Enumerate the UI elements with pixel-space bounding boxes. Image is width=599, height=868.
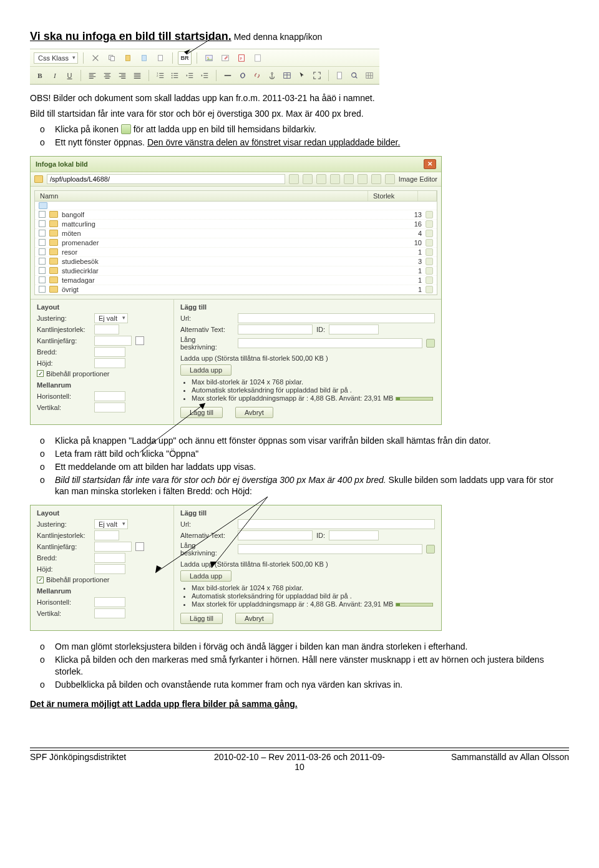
edit-icon[interactable] <box>426 230 433 237</box>
close-icon[interactable]: ✕ <box>424 159 436 169</box>
link-icon[interactable] <box>236 69 249 82</box>
indent-icon[interactable] <box>198 69 211 82</box>
pdf-icon[interactable]: P <box>235 51 248 65</box>
paste-plain-icon[interactable] <box>153 51 167 65</box>
justering-select[interactable]: Ej valt <box>94 313 128 323</box>
kantstorlek-input2[interactable] <box>94 530 119 540</box>
vert-input[interactable] <box>94 402 125 412</box>
file-row[interactable]: studiebesök3 <box>35 257 437 266</box>
avbryt-button[interactable]: Avbryt <box>235 407 273 418</box>
unlink-icon[interactable] <box>251 69 263 82</box>
row-checkbox[interactable] <box>39 267 46 274</box>
align-left-icon[interactable] <box>86 69 99 82</box>
edit-icon[interactable] <box>426 258 433 265</box>
doc-icon[interactable] <box>251 51 265 65</box>
file-row[interactable]: promenader10 <box>35 238 437 248</box>
cursor-icon[interactable] <box>296 69 308 82</box>
nav-icon[interactable] <box>330 174 340 184</box>
find-icon[interactable] <box>348 69 361 82</box>
row-checkbox[interactable] <box>39 276 46 283</box>
vert-input2[interactable] <box>94 608 125 618</box>
fullscreen-icon[interactable] <box>311 69 323 82</box>
hr-icon[interactable] <box>222 69 234 82</box>
nav-icon[interactable] <box>385 174 395 184</box>
edit-image-icon[interactable] <box>218 51 232 65</box>
align-center-icon[interactable] <box>101 69 114 82</box>
ladda-upp-button2[interactable]: Ladda upp <box>180 570 231 582</box>
nav-icon[interactable] <box>289 174 299 184</box>
alt-input2[interactable] <box>238 530 313 540</box>
edit-icon[interactable] <box>426 239 433 246</box>
justering-select2[interactable]: Ej valt <box>94 519 128 529</box>
list-ol-icon[interactable]: 12 <box>154 69 167 82</box>
col-name[interactable]: Namn <box>35 191 368 201</box>
path-input[interactable] <box>47 174 285 184</box>
row-checkbox[interactable] <box>39 220 46 227</box>
italic-button[interactable]: I <box>49 69 61 82</box>
table2-icon[interactable] <box>363 69 376 82</box>
align-right-icon[interactable] <box>116 69 129 82</box>
proportion-checkbox2[interactable] <box>37 577 44 583</box>
hojd-input[interactable] <box>94 358 125 368</box>
lang-input[interactable] <box>238 338 422 348</box>
row-checkbox[interactable] <box>39 239 46 246</box>
css-class-dropdown[interactable]: Css Klass <box>34 52 78 64</box>
file-row[interactable]: studiecirklar1 <box>35 266 437 276</box>
nav-icon[interactable] <box>371 174 381 184</box>
nav-icon[interactable] <box>344 174 354 184</box>
paste-word-icon[interactable] <box>137 51 151 65</box>
file-row[interactable]: resor1 <box>35 248 437 257</box>
row-checkbox[interactable] <box>39 248 46 255</box>
alt-input[interactable] <box>238 324 313 334</box>
row-checkbox[interactable] <box>39 211 46 218</box>
col-size[interactable]: Storlek <box>368 191 418 201</box>
url-input2[interactable] <box>238 519 435 529</box>
edit-icon[interactable] <box>426 220 433 228</box>
bredd-input[interactable] <box>94 347 125 357</box>
kantfarg-input2[interactable] <box>94 542 132 552</box>
copy-icon[interactable] <box>105 51 119 65</box>
lagg-till-button[interactable]: Lägg till <box>180 407 223 418</box>
row-checkbox[interactable] <box>39 230 46 237</box>
kantstorlek-input[interactable] <box>94 324 119 334</box>
cut-icon[interactable] <box>89 51 102 65</box>
file-row[interactable]: mattcurling16 <box>35 220 437 229</box>
list-ul-icon[interactable] <box>168 69 181 82</box>
id-input[interactable] <box>329 324 379 334</box>
anchor-icon[interactable] <box>266 69 278 82</box>
proportion-checkbox[interactable] <box>37 370 44 377</box>
hojd-input2[interactable] <box>94 564 125 574</box>
align-justify-icon[interactable] <box>131 69 144 82</box>
browse-icon2[interactable] <box>426 545 435 553</box>
paste-icon[interactable] <box>121 51 135 65</box>
file-row[interactable]: temadagar1 <box>35 276 437 285</box>
horis-input[interactable] <box>94 391 125 401</box>
new-doc-icon[interactable] <box>334 69 346 82</box>
horis-input2[interactable] <box>94 597 125 607</box>
nav-icon[interactable] <box>303 174 313 184</box>
kantfarg-input[interactable] <box>94 336 132 346</box>
lagg-till-button2[interactable]: Lägg till <box>180 613 223 624</box>
file-row[interactable]: möten4 <box>35 229 437 238</box>
ladda-upp-button[interactable]: Ladda upp <box>180 364 231 376</box>
table-icon[interactable] <box>281 69 293 82</box>
edit-icon[interactable] <box>426 276 433 284</box>
nav-icon[interactable] <box>316 174 326 184</box>
bredd-input2[interactable] <box>94 553 125 563</box>
underline-button[interactable]: U <box>64 69 76 82</box>
file-row[interactable]: bangolf13 <box>35 210 437 220</box>
url-input[interactable] <box>238 313 435 323</box>
edit-icon[interactable] <box>426 248 433 256</box>
id-input2[interactable] <box>329 530 379 540</box>
edit-icon[interactable] <box>426 211 433 218</box>
edit-icon[interactable] <box>426 267 433 275</box>
outdent-icon[interactable] <box>183 69 196 82</box>
row-checkbox[interactable] <box>39 258 46 265</box>
file-row[interactable]: övrigt1 <box>35 285 437 295</box>
folder-up-row[interactable] <box>35 202 437 210</box>
bold-button[interactable]: B <box>34 69 46 82</box>
lang-input2[interactable] <box>238 544 422 554</box>
row-checkbox[interactable] <box>39 286 46 293</box>
edit-icon[interactable] <box>426 286 433 293</box>
browse-icon[interactable] <box>426 339 435 348</box>
